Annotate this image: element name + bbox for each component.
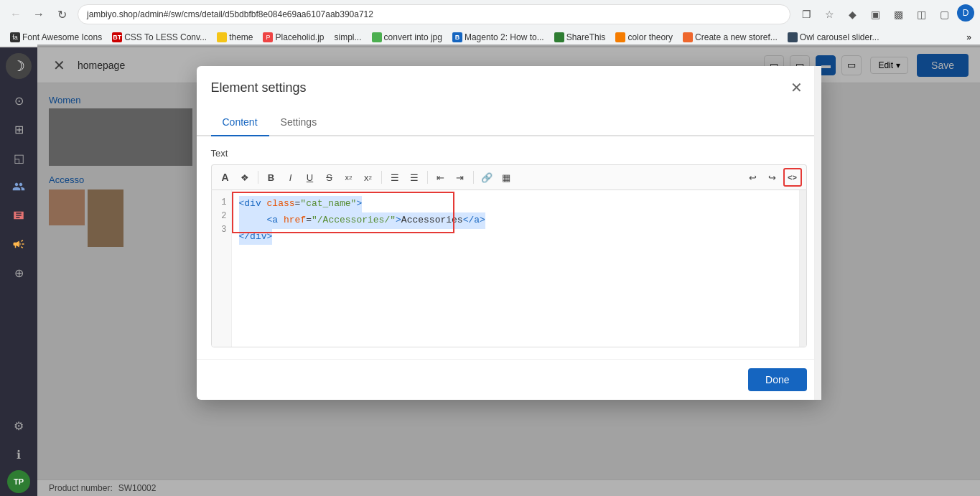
bookmark-simpl[interactable]: simpl... [330, 30, 366, 45]
address-bar[interactable]: jambiyo.shop/admin#/sw/cms/detail/d5bdbf… [78, 4, 790, 24]
code-line-3: </div> [239, 229, 792, 245]
underline-button[interactable]: U [301, 168, 319, 187]
line-numbers: 1 2 3 [212, 190, 232, 347]
toolbar-sep-2 [381, 171, 382, 184]
link-button[interactable]: 🔗 [477, 168, 496, 187]
undo-button[interactable]: ↩ [744, 168, 762, 187]
sidebar-item-layouts[interactable]: ◱ [6, 145, 32, 171]
element-settings-modal: Element settings ✕ Content Settings Text… [197, 66, 821, 400]
tab-content[interactable]: Content [211, 109, 269, 136]
bookmark-icon-fa: fa [10, 32, 20, 42]
sidebar-item-plugins[interactable]: ⊕ [6, 260, 32, 286]
browser-actions: ❐ ☆ ◆ ▣ ▩ ◫ ▢ D [796, 4, 974, 24]
bookmark-placeholdit[interactable]: P Placeholid.jp [258, 30, 328, 45]
strikethrough-button[interactable]: S [320, 168, 339, 187]
bookmark-color-theory[interactable]: color theory [611, 30, 677, 45]
toolbar-sep-4 [473, 171, 474, 184]
editor-scrollbar[interactable] [799, 190, 806, 347]
bookmark-magento[interactable]: B Magento 2: How to... [448, 30, 549, 45]
toolbar-history-group: ↩ ↪ [744, 168, 782, 187]
bookmark-owl[interactable]: Owl carousel slider... [783, 30, 884, 45]
app-layout: ☽ ⊙ ⊞ ◱ ⊕ ⚙ ℹ TP ✕ homepage ▭ ▭ [0, 47, 980, 496]
subscript-button[interactable]: x2 [359, 168, 378, 187]
sidebar-avatar[interactable]: TP [7, 470, 30, 493]
bookmark-css-less[interactable]: BT CSS To LESS Conv... [108, 30, 211, 45]
back-button[interactable]: ← [6, 4, 26, 24]
indent-button[interactable]: ⇥ [451, 168, 470, 187]
browser-nav: ← → ↻ [6, 4, 72, 24]
html-source-button[interactable]: <> [783, 168, 802, 187]
modal-tabs: Content Settings [197, 109, 821, 136]
editor-toolbar: A ❖ B I U S x2 x2 [211, 164, 807, 189]
bookmark-icon-sharethis [554, 32, 564, 42]
sidebar-item-dashboard[interactable]: ⊙ [6, 88, 32, 113]
bookmark-icon-store [683, 32, 693, 42]
extension-button[interactable]: ◆ [842, 4, 862, 24]
code-line-1: <div class="cat_name"> [239, 196, 792, 212]
sidebar-item-marketing[interactable] [6, 231, 32, 257]
code-content[interactable]: <div class="cat_name"> <a href="/Accesso… [232, 190, 799, 347]
modal-close-button[interactable]: ✕ [787, 78, 807, 98]
bookmark-icon-magento: B [452, 32, 462, 42]
screenshot-button[interactable]: ▣ [865, 4, 885, 24]
expand-button[interactable]: ❖ [235, 168, 254, 187]
window-button[interactable]: ▢ [934, 4, 954, 24]
code-editor[interactable]: 1 2 3 <div class="cat_name"> [211, 189, 807, 347]
bookmark-icon-p: P [263, 32, 273, 42]
main-area: ✕ homepage ▭ ▭ ▬ ▭ Edit ▾ Save Women [37, 47, 980, 496]
list-ordered-button[interactable]: ☰ [405, 168, 424, 187]
toolbar-list-group: ☰ ☰ [386, 168, 424, 187]
line-num-2: 2 [216, 210, 227, 223]
toolbar-font-group: A ❖ [216, 168, 254, 187]
bookmark-button[interactable]: ☆ [819, 4, 839, 24]
share-button[interactable]: ❐ [796, 4, 816, 24]
list-unordered-button[interactable]: ☰ [386, 168, 404, 187]
bookmark-theme[interactable]: theme [213, 30, 257, 45]
sidebar-item-settings[interactable]: ⚙ [6, 413, 32, 439]
superscript-button[interactable]: x2 [340, 168, 358, 187]
bold-button[interactable]: B [262, 168, 281, 187]
bookmark-convert-jpg[interactable]: convert into jpg [368, 30, 447, 45]
sidebar-logo[interactable]: ☽ [6, 53, 32, 79]
profile-button[interactable]: D [957, 4, 974, 22]
modal-title: Element settings [211, 80, 307, 95]
outdent-button[interactable]: ⇤ [431, 168, 450, 187]
code-line-2: <a href="/Accessories/">Accessories</a> [239, 212, 792, 229]
bookmark-create-store[interactable]: Create a new storef... [678, 30, 782, 45]
toolbar-format-group: B I U S x2 x2 [262, 168, 378, 187]
modal-scrollbar[interactable] [814, 66, 821, 400]
modal-footer: Done [197, 359, 821, 400]
sidebar-bottom: ⚙ ℹ TP [6, 413, 32, 493]
bookmark-icon-theme [217, 32, 227, 42]
done-button[interactable]: Done [748, 368, 806, 391]
toolbar-indent-group: ⇤ ⇥ [431, 168, 470, 187]
text-field-label: Text [211, 148, 807, 159]
sidebar-item-pages[interactable]: ⊞ [6, 116, 32, 142]
bookmark-icon-convert [372, 32, 382, 42]
sidebar-item-info[interactable]: ℹ [6, 441, 32, 467]
extensions-button[interactable]: ◫ [911, 4, 931, 24]
forward-button[interactable]: → [29, 4, 49, 24]
camera-button[interactable]: ▩ [888, 4, 908, 24]
bookmark-icon-owl [788, 32, 798, 42]
bookmark-font-awesome[interactable]: fa Font Awesome Icons [6, 30, 106, 45]
users-icon [12, 180, 25, 193]
marketing-icon [12, 238, 25, 251]
italic-button[interactable]: I [281, 168, 300, 187]
toolbar-sep-1 [258, 171, 258, 184]
toolbar-sep-3 [427, 171, 428, 184]
reload-button[interactable]: ↻ [52, 4, 72, 24]
bookmark-sharethis[interactable]: ShareThis [550, 30, 610, 45]
modal-header: Element settings ✕ [197, 66, 821, 109]
line-num-3: 3 [216, 223, 227, 237]
tab-settings[interactable]: Settings [269, 109, 329, 136]
bookmark-icon-color-theory [615, 32, 625, 42]
font-size-button[interactable]: A [216, 168, 235, 187]
bookmarks-more[interactable]: » [963, 31, 974, 44]
templates-icon [12, 209, 25, 222]
redo-button[interactable]: ↪ [763, 168, 782, 187]
sidebar-item-users[interactable] [6, 174, 32, 200]
sidebar-item-templates[interactable] [6, 202, 32, 228]
modal-overlay: Element settings ✕ Content Settings Text… [37, 47, 980, 496]
table-button[interactable]: ▦ [497, 168, 515, 187]
